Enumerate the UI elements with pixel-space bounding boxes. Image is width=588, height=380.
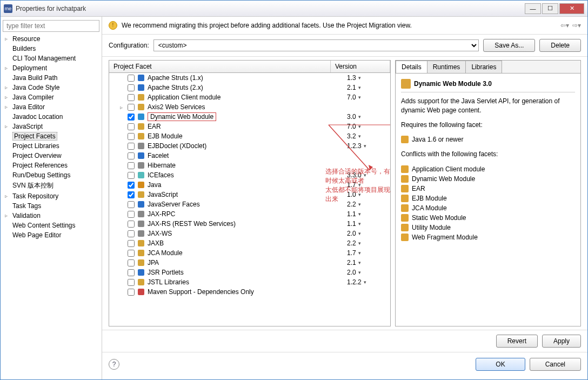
facet-checkbox[interactable] bbox=[128, 94, 135, 101]
sidebar-item[interactable]: Task Repository bbox=[3, 191, 99, 201]
facet-version[interactable]: 2.0▾ bbox=[347, 230, 390, 237]
version-dropdown-icon[interactable]: ▾ bbox=[358, 221, 361, 226]
facet-row[interactable]: JavaScript1.0▾ bbox=[109, 190, 390, 199]
facet-version[interactable]: 1.7▾ bbox=[347, 181, 390, 189]
facet-checkbox[interactable] bbox=[128, 133, 135, 140]
facet-version[interactable]: 2.1▾ bbox=[347, 84, 390, 91]
version-dropdown-icon[interactable]: ▾ bbox=[358, 192, 361, 197]
version-dropdown-icon[interactable]: ▾ bbox=[358, 134, 361, 139]
facet-version[interactable]: 1.1▾ bbox=[347, 220, 390, 228]
facet-version[interactable]: 2.2▾ bbox=[347, 239, 390, 247]
facet-row[interactable]: JAX-WS2.0▾ bbox=[109, 229, 390, 238]
col-project-facet[interactable]: Project Facet bbox=[109, 61, 331, 72]
apply-button[interactable]: Apply bbox=[542, 335, 581, 348]
facet-checkbox[interactable] bbox=[128, 201, 135, 208]
facet-version[interactable]: 3.0▾ bbox=[347, 113, 390, 121]
sidebar-item[interactable]: Project Overview bbox=[3, 151, 99, 161]
expand-icon[interactable]: ▹ bbox=[120, 104, 125, 110]
facet-row[interactable]: Maven Support - Dependencies Only bbox=[109, 287, 390, 297]
facet-row[interactable]: JavaServer Faces2.2▾ bbox=[109, 199, 390, 209]
facet-checkbox[interactable] bbox=[128, 182, 135, 189]
facet-row[interactable]: Dynamic Web Module3.0▾ bbox=[109, 112, 390, 122]
facet-checkbox[interactable] bbox=[128, 123, 135, 130]
facet-checkbox[interactable] bbox=[128, 259, 135, 266]
sidebar-item[interactable]: CLI Tool Management bbox=[3, 54, 99, 63]
facet-row[interactable]: JCA Module1.7▾ bbox=[109, 248, 390, 258]
version-dropdown-icon[interactable]: ▾ bbox=[358, 124, 361, 129]
facet-row[interactable]: JAX-RPC1.1▾ bbox=[109, 209, 390, 219]
help-button[interactable]: ? bbox=[109, 359, 119, 370]
filter-input[interactable] bbox=[3, 20, 99, 32]
facet-checkbox[interactable] bbox=[128, 104, 135, 111]
facet-row[interactable]: Java1.7▾ bbox=[109, 180, 390, 190]
facet-row[interactable]: ▹Axis2 Web Services bbox=[109, 102, 390, 112]
facet-checkbox[interactable] bbox=[128, 162, 135, 169]
version-dropdown-icon[interactable]: ▾ bbox=[358, 270, 361, 275]
facet-checkbox[interactable] bbox=[128, 279, 135, 286]
facet-row[interactable]: JAX-RS (REST Web Services)1.1▾ bbox=[109, 219, 390, 229]
facet-checkbox[interactable] bbox=[128, 289, 135, 296]
facet-checkbox[interactable] bbox=[128, 191, 135, 198]
version-dropdown-icon[interactable]: ▾ bbox=[358, 231, 361, 236]
back-icon[interactable]: ⇦▾ bbox=[560, 22, 569, 29]
sidebar-item[interactable]: Validation bbox=[3, 211, 99, 221]
ok-button[interactable]: OK bbox=[476, 358, 525, 371]
maximize-button[interactable]: ☐ bbox=[542, 3, 558, 14]
col-version[interactable]: Version bbox=[331, 61, 390, 72]
cancel-button[interactable]: Cancel bbox=[530, 358, 581, 371]
minimize-button[interactable]: — bbox=[525, 3, 541, 14]
facet-checkbox[interactable] bbox=[128, 250, 135, 257]
version-dropdown-icon[interactable]: ▾ bbox=[358, 75, 361, 81]
forward-icon[interactable]: ⇨▾ bbox=[572, 22, 581, 29]
tab-runtimes[interactable]: Runtimes bbox=[427, 61, 466, 73]
sidebar-item[interactable]: Project Libraries bbox=[3, 141, 99, 151]
sidebar-item[interactable]: JavaScript bbox=[3, 122, 99, 131]
facet-checkbox[interactable] bbox=[128, 114, 135, 121]
facet-row[interactable]: ICEfaces3.3.0▾ bbox=[109, 170, 390, 180]
version-dropdown-icon[interactable]: ▾ bbox=[364, 279, 366, 285]
facet-row[interactable]: Hibernate bbox=[109, 161, 390, 170]
delete-button[interactable]: Delete bbox=[539, 39, 581, 52]
facet-checkbox[interactable] bbox=[128, 172, 135, 179]
facet-checkbox[interactable] bbox=[128, 211, 135, 218]
sidebar-item[interactable]: Deployment bbox=[3, 63, 99, 73]
facet-version[interactable]: 1.0▾ bbox=[347, 191, 390, 198]
sidebar-item[interactable]: Task Tags bbox=[3, 201, 99, 211]
facet-row[interactable]: EJB Module3.2▾ bbox=[109, 131, 390, 141]
facet-checkbox[interactable] bbox=[128, 269, 135, 276]
save-as-button[interactable]: Save As... bbox=[483, 39, 535, 52]
version-dropdown-icon[interactable]: ▾ bbox=[364, 172, 366, 178]
close-button[interactable]: ✕ bbox=[559, 3, 584, 14]
sidebar-item[interactable]: Project Facets bbox=[3, 131, 99, 141]
facet-row[interactable]: JPA2.1▾ bbox=[109, 258, 390, 268]
facet-version[interactable]: 7.0▾ bbox=[347, 94, 390, 101]
version-dropdown-icon[interactable]: ▾ bbox=[358, 95, 361, 100]
facet-checkbox[interactable] bbox=[128, 230, 135, 237]
facet-checkbox[interactable] bbox=[128, 221, 135, 228]
sidebar-item[interactable]: Builders bbox=[3, 44, 99, 54]
sidebar-item[interactable]: Run/Debug Settings bbox=[3, 170, 99, 180]
facet-version[interactable]: 2.2▾ bbox=[347, 201, 390, 208]
facet-row[interactable]: EJBDoclet (XDoclet)1.2.3▾ bbox=[109, 141, 390, 151]
facet-version[interactable]: 1.2.2▾ bbox=[347, 278, 390, 286]
sidebar-item[interactable]: Java Compiler bbox=[3, 92, 99, 102]
facet-version[interactable]: 7.0▾ bbox=[347, 123, 390, 130]
facet-version[interactable]: 1.7▾ bbox=[347, 249, 390, 257]
version-dropdown-icon[interactable]: ▾ bbox=[358, 114, 361, 119]
version-dropdown-icon[interactable]: ▾ bbox=[358, 202, 361, 207]
facet-row[interactable]: JAXB2.2▾ bbox=[109, 238, 390, 248]
sidebar-item[interactable]: Project References bbox=[3, 161, 99, 170]
tab-libraries[interactable]: Libraries bbox=[465, 61, 502, 73]
sidebar-item[interactable]: Web Page Editor bbox=[3, 230, 99, 240]
facet-checkbox[interactable] bbox=[128, 75, 135, 82]
configuration-select[interactable]: <custom> bbox=[153, 39, 479, 51]
facet-version[interactable]: 1.1▾ bbox=[347, 210, 390, 218]
facet-version[interactable]: 3.2▾ bbox=[347, 132, 390, 140]
version-dropdown-icon[interactable]: ▾ bbox=[358, 241, 361, 246]
sidebar-item[interactable]: SVN 版本控制 bbox=[3, 180, 99, 191]
revert-button[interactable]: Revert bbox=[496, 335, 538, 348]
facet-version[interactable]: 2.0▾ bbox=[347, 269, 390, 276]
version-dropdown-icon[interactable]: ▾ bbox=[358, 250, 361, 256]
facet-checkbox[interactable] bbox=[128, 143, 135, 150]
version-dropdown-icon[interactable]: ▾ bbox=[358, 182, 361, 188]
